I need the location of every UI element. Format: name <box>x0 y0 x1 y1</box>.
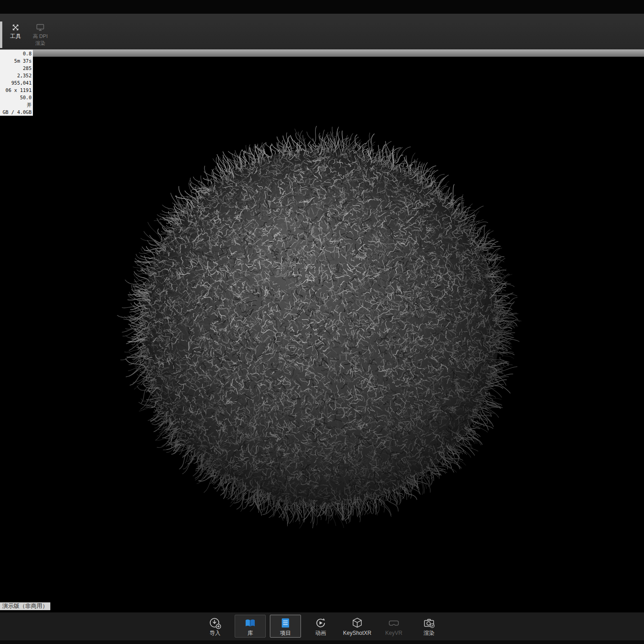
stats-value: GB / 4.0GB <box>0 108 33 116</box>
tools-icon <box>11 23 20 32</box>
hdpi-label-line1: 高 DPI <box>33 33 48 39</box>
ribbon-label: 库 <box>247 630 253 636</box>
ribbon-keyshotxr-button[interactable]: KeyShotXR <box>340 615 374 638</box>
demo-version-badge: 演示版（非商用） <box>0 602 50 610</box>
keyvr-icon <box>387 617 400 629</box>
animation-icon <box>314 617 327 629</box>
window-bottom-edge <box>0 640 644 644</box>
ribbon-animation-button[interactable]: 动画 <box>305 615 336 638</box>
stats-value: 开 <box>0 101 33 108</box>
stats-value: 2,352 <box>0 72 33 79</box>
ribbon-project-button[interactable]: 项目 <box>270 615 301 638</box>
ribbon-keyvr-button[interactable]: KeyVR <box>378 615 409 638</box>
keyshot-window: 工具 高 DPI 渲染 0.8 5m 37s 285 2,352 955,041… <box>0 0 644 644</box>
library-icon <box>244 617 257 629</box>
ribbon-label: 导入 <box>209 630 220 636</box>
keyshotxr-icon <box>351 617 364 629</box>
bottom-toolbar: 导入 库 项目 动画 <box>0 612 644 640</box>
stats-value: 50.0 <box>0 94 33 101</box>
stats-value: 955,041 <box>0 79 33 86</box>
hdpi-label-line2: 渲染 <box>35 40 45 46</box>
stats-value: 0.8 <box>0 50 33 57</box>
hdpi-render-button[interactable]: 高 DPI 渲染 <box>27 23 53 46</box>
import-icon <box>209 617 221 629</box>
ribbon-render-button[interactable]: 渲染 <box>413 615 445 638</box>
viewport-top-band <box>0 49 644 57</box>
project-icon <box>279 617 292 629</box>
tools-label: 工具 <box>10 33 21 39</box>
stats-value: 06 x 1191 <box>0 86 33 94</box>
top-toolbar: 工具 高 DPI 渲染 <box>0 14 644 50</box>
fur-sphere-render <box>105 113 535 542</box>
ribbon-import-button[interactable]: 导入 <box>199 615 231 638</box>
ribbon-label: 动画 <box>315 630 326 636</box>
render-icon <box>423 617 435 629</box>
cutoff-panel-edge <box>0 21 2 48</box>
ribbon-label: 项目 <box>280 630 291 636</box>
render-stats-overlay: 0.8 5m 37s 285 2,352 955,041 06 x 1191 5… <box>0 50 33 116</box>
stats-value: 5m 37s <box>0 57 33 64</box>
titlebar <box>0 0 644 14</box>
monitor-icon <box>36 23 45 32</box>
ribbon-label: 渲染 <box>424 630 435 636</box>
ribbon-library-button[interactable]: 库 <box>235 615 266 638</box>
tools-button[interactable]: 工具 <box>5 23 26 39</box>
ribbon-label: KeyShotXR <box>343 630 371 636</box>
ribbon-label: KeyVR <box>385 630 402 636</box>
stats-value: 285 <box>0 64 33 72</box>
